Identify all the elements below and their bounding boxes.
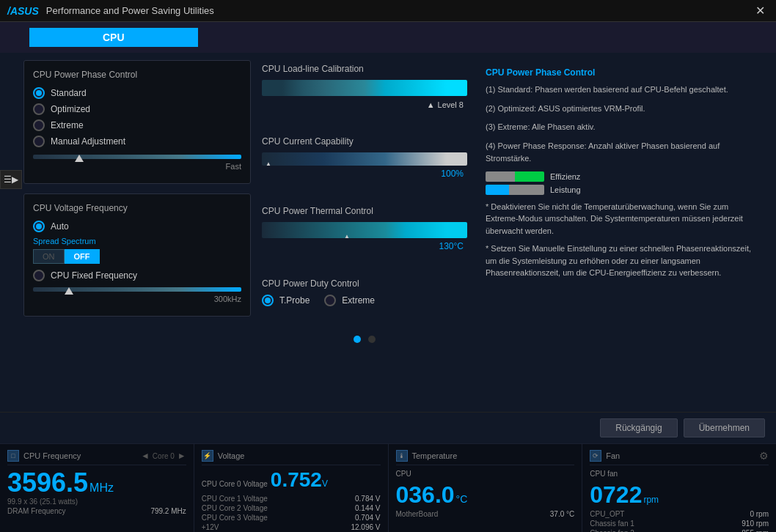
core0-volt-unit: V: [322, 479, 328, 489]
chassis2-label: Chassis fan 2: [590, 529, 634, 532]
load-line-section: CPU Load-line Calibration ▲ Level 8: [262, 64, 467, 111]
current-cap-section: CPU Current Capability ▲ 100%: [262, 136, 467, 180]
core-next-arrow[interactable]: ►: [177, 451, 186, 461]
option-extreme-duty[interactable]: Extreme: [324, 295, 375, 306]
status-bar: □ CPU Frequency ◄ Core 0 ► 3596.5 MHz 99…: [0, 443, 776, 532]
v12-volt-row: +12V 12.096 V: [202, 523, 381, 531]
action-bar: Rückgängig Übernehmen: [0, 412, 776, 443]
level-arrow-icon: ▲: [427, 100, 435, 109]
desc2: (2) Optimized: ASUS optimiertes VRM-Prof…: [486, 103, 761, 116]
cpu-fan-label: CPU fan: [590, 470, 618, 478]
core2-volt-row: CPU Core 2 Voltage 0.144 V: [202, 504, 381, 512]
chassis1-value: 910 rpm: [742, 520, 769, 528]
legend-effizienz: Effizienz: [486, 171, 761, 182]
option-fixed-freq[interactable]: CPU Fixed Frequency: [33, 270, 241, 281]
dram-row: DRAM Frequency 799.2 MHz: [7, 507, 186, 515]
cancel-button[interactable]: Rückgängig: [600, 418, 677, 437]
core3-volt-value: 0.704 V: [355, 514, 380, 522]
page-dot-2[interactable]: [368, 336, 376, 343]
option-optimized[interactable]: Optimized: [33, 103, 241, 115]
radio-auto[interactable]: [33, 221, 45, 232]
option-auto[interactable]: Auto: [33, 221, 241, 232]
radio-fixed-freq[interactable]: [33, 270, 45, 281]
voltage-icon-symbol: ⚡: [203, 452, 211, 459]
phase-options: Standard Optimized Extreme Manual Adjust…: [33, 87, 241, 147]
duty-section: CPU Power Duty Control T.Probe Extreme: [262, 278, 467, 306]
fan-header: ⟳ Fan ⚙: [590, 450, 769, 465]
freq-slider-thumb: [65, 287, 73, 295]
cpu-freq-section: □ CPU Frequency ◄ Core 0 ► 3596.5 MHz 99…: [0, 444, 194, 532]
option-manual-label: Manual Adjustment: [51, 136, 125, 147]
page-dot-1[interactable]: [354, 336, 361, 343]
core2-volt-value: 0.144 V: [355, 504, 380, 512]
toggle-on-button[interactable]: ON: [33, 249, 65, 264]
phase-slider-track: [33, 155, 241, 159]
cpu-freq-header: □ CPU Frequency ◄ Core 0 ►: [7, 450, 186, 465]
load-line-slider[interactable]: [262, 80, 467, 96]
toggle-group: ON OFF: [33, 249, 241, 264]
warning1: * Deaktivieren Sie nicht die Temperaturü…: [486, 201, 761, 237]
phase-slider[interactable]: Fast: [33, 155, 241, 171]
voltage-header: ⚡ Voltage: [202, 450, 381, 465]
sidebar-toggle[interactable]: ☰▶: [0, 170, 22, 189]
close-button[interactable]: ✕: [752, 4, 769, 18]
option-tprobe[interactable]: T.Probe: [262, 295, 310, 306]
current-slider[interactable]: [262, 152, 467, 166]
chassis1-label: Chassis fan 1: [590, 520, 634, 528]
radio-manual[interactable]: [33, 136, 45, 147]
core3-volt-label: CPU Core 3 Voltage: [202, 514, 268, 522]
thermal-arrow-icon: ▲: [344, 233, 350, 240]
radio-standard[interactable]: [33, 87, 45, 99]
cpu-freq-label: CPU Frequency: [23, 451, 81, 460]
temp-header: 🌡 Temperature: [396, 450, 575, 465]
desc1: (1) Standard: Phasen werden basierend au…: [486, 84, 761, 97]
tprobe-label: T.Probe: [279, 295, 310, 306]
fan-icon-symbol: ⟳: [593, 452, 599, 459]
apply-button[interactable]: Übernehmen: [684, 418, 765, 437]
auto-label: Auto: [51, 221, 69, 232]
cpu-opt-value: 0 rpm: [750, 510, 769, 518]
thermal-slider[interactable]: [262, 222, 467, 238]
cpu-freq-sub: 99.9 x 36 (25.1 watts): [7, 498, 186, 506]
core1-volt-value: 0.784 V: [355, 495, 380, 503]
mb-temp-label: MotherBoard: [396, 510, 439, 518]
mid-panel: CPU Load-line Calibration ▲ Level 8 CPU …: [258, 60, 471, 404]
toggle-off-button[interactable]: OFF: [65, 249, 100, 264]
thermal-value: 130°C: [439, 241, 464, 251]
option-manual[interactable]: Manual Adjustment: [33, 136, 241, 147]
radio-optimized[interactable]: [33, 103, 45, 115]
option-extreme[interactable]: Extreme: [33, 119, 241, 131]
core-nav: ◄ Core 0 ►: [141, 451, 186, 461]
voltage-freq-title: CPU Voltage Frequency: [33, 203, 241, 213]
effizienz-label: Effizienz: [550, 172, 580, 181]
left-panel: CPU Power Phase Control Standard Optimiz…: [23, 60, 251, 404]
cpu-freq-unit: MHz: [89, 481, 114, 495]
core3-volt-row: CPU Core 3 Voltage 0.704 V: [202, 514, 381, 522]
desc4: (4) Power Phase Response: Anzahl aktiver…: [486, 140, 761, 166]
radio-extreme[interactable]: [33, 119, 45, 131]
dram-value: 799.2 MHz: [150, 507, 186, 515]
freq-value: 300kHz: [33, 295, 241, 303]
voltage-icon: ⚡: [202, 450, 213, 462]
radio-extreme-duty[interactable]: [324, 295, 336, 306]
cpu-temp-label: CPU: [396, 470, 411, 478]
legend-leistung: Leistung: [486, 185, 761, 195]
core2-volt-label: CPU Core 2 Voltage: [202, 504, 268, 512]
warning2: * Setzen Sie Manuelle Einstellung zu ein…: [486, 243, 761, 279]
core1-volt-row: CPU Core 1 Voltage 0.784 V: [202, 495, 381, 503]
temp-label: Temperature: [412, 451, 458, 460]
app-logo: /ASUS: [7, 5, 39, 17]
current-value: 100%: [441, 169, 464, 179]
chassis2-row: Chassis fan 2 855 rpm: [590, 529, 769, 532]
fan-gear-icon[interactable]: ⚙: [759, 450, 769, 462]
option-standard[interactable]: Standard: [33, 87, 241, 99]
tab-cpu[interactable]: CPU: [29, 28, 198, 47]
option-optimized-label: Optimized: [51, 104, 90, 114]
freq-slider[interactable]: 300kHz: [33, 287, 241, 303]
core0-volt-label: CPU Core 0 Voltage: [202, 480, 268, 488]
title-bar: /ASUS Performance and Power Saving Utili…: [0, 0, 776, 22]
chassis1-row: Chassis fan 1 910 rpm: [590, 520, 769, 528]
core-prev-arrow[interactable]: ◄: [141, 451, 150, 461]
radio-tprobe[interactable]: [262, 295, 274, 306]
chassis2-value: 855 rpm: [742, 529, 769, 532]
